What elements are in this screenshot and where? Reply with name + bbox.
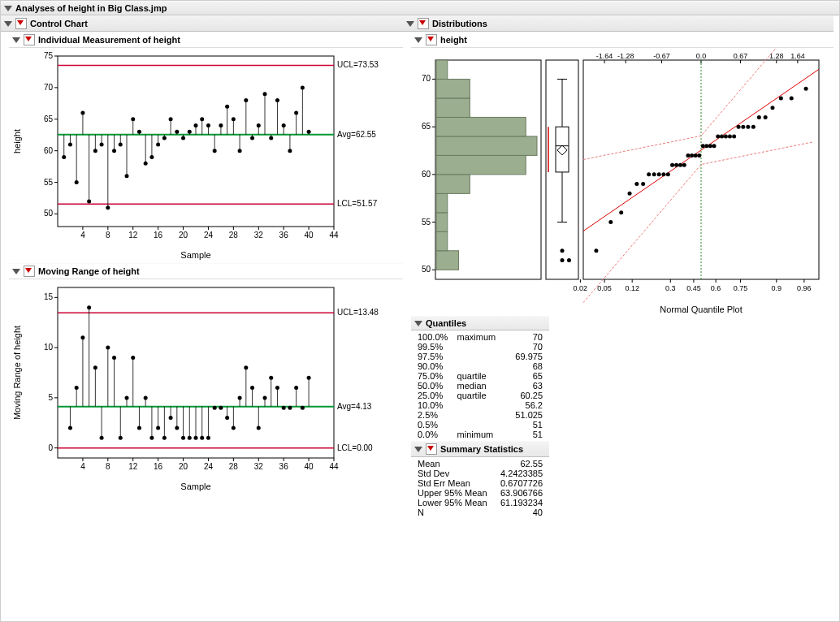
control-chart-header[interactable]: Control Chart <box>1 15 403 32</box>
summary-stat-row: N40 <box>418 508 543 517</box>
svg-rect-257 <box>436 136 537 155</box>
svg-point-313 <box>634 182 639 186</box>
svg-text:-1.64: -1.64 <box>596 52 613 60</box>
svg-point-112 <box>282 123 286 127</box>
svg-point-318 <box>661 172 665 176</box>
distribution-plot[interactable]: 5055606570-1.64-1.28-0.670.00.671.281.64… <box>411 48 825 316</box>
svg-point-189 <box>156 425 160 430</box>
svg-point-329 <box>704 144 708 148</box>
svg-point-82 <box>188 130 192 134</box>
svg-point-74 <box>162 136 167 140</box>
svg-text:75: 75 <box>44 51 54 60</box>
moving-range-header[interactable]: Moving Range of height <box>9 263 403 279</box>
svg-text:50: 50 <box>422 265 431 274</box>
svg-point-344 <box>779 96 783 100</box>
svg-point-339 <box>746 125 750 129</box>
disclosure-triangle-icon[interactable] <box>12 37 20 43</box>
svg-point-217 <box>244 365 248 369</box>
svg-point-108 <box>269 136 273 140</box>
svg-point-191 <box>162 436 167 440</box>
svg-point-311 <box>619 210 623 214</box>
svg-point-197 <box>181 436 185 440</box>
svg-point-84 <box>194 123 198 127</box>
summary-stat-row: Std Dev4.2423385 <box>418 469 543 478</box>
hotspot-icon[interactable] <box>426 34 437 45</box>
individual-measurement-header[interactable]: Individual Measurement of height <box>9 32 403 48</box>
hotspot-icon[interactable] <box>426 443 437 455</box>
quantile-row: 100.0%maximum70 <box>418 332 543 342</box>
svg-point-221 <box>257 425 261 430</box>
svg-rect-259 <box>436 98 470 117</box>
disclosure-triangle-icon[interactable] <box>414 447 422 452</box>
svg-point-88 <box>206 123 210 127</box>
svg-point-334 <box>724 134 728 138</box>
svg-point-328 <box>701 144 705 148</box>
svg-point-187 <box>149 436 154 440</box>
svg-text:55: 55 <box>44 178 54 187</box>
summary-stats-header[interactable]: Summary Statistics <box>411 441 549 457</box>
svg-text:65: 65 <box>44 114 54 123</box>
svg-text:8: 8 <box>106 231 110 240</box>
quantile-row: 50.0%median63 <box>418 381 543 391</box>
svg-point-332 <box>716 134 720 138</box>
svg-point-231 <box>288 406 292 410</box>
disclosure-triangle-icon[interactable] <box>12 269 20 274</box>
disclosure-triangle-icon[interactable] <box>4 21 12 27</box>
svg-point-272 <box>561 248 565 253</box>
height-header[interactable]: height <box>411 32 834 48</box>
report-title: Analyses of height in Big Class.jmp <box>15 3 167 13</box>
svg-rect-251 <box>436 251 459 270</box>
quantile-row: 99.5%70 <box>418 342 543 352</box>
svg-point-310 <box>608 220 613 224</box>
hotspot-icon[interactable] <box>24 266 35 277</box>
svg-text:LCL=51.57: LCL=51.57 <box>337 199 378 208</box>
disclosure-triangle-icon[interactable] <box>414 321 422 326</box>
svg-text:24: 24 <box>204 462 214 471</box>
svg-text:0.75: 0.75 <box>734 284 748 292</box>
svg-point-333 <box>720 134 724 138</box>
svg-text:20: 20 <box>179 231 188 240</box>
svg-point-207 <box>213 406 217 410</box>
svg-text:0.02: 0.02 <box>574 284 588 292</box>
svg-point-215 <box>238 395 242 400</box>
disclosure-triangle-icon[interactable] <box>406 21 414 27</box>
quantiles-header[interactable]: Quantiles <box>411 316 549 330</box>
svg-point-62 <box>125 174 129 178</box>
svg-point-64 <box>131 117 135 121</box>
svg-point-68 <box>144 162 148 166</box>
disclosure-triangle-icon[interactable] <box>4 6 12 11</box>
svg-point-341 <box>757 115 761 119</box>
svg-point-110 <box>275 98 279 102</box>
svg-text:LCL=0.00: LCL=0.00 <box>337 443 373 452</box>
svg-rect-260 <box>436 79 470 97</box>
individual-control-chart[interactable]: 50556065707548121620242832364044UCL=73.5… <box>9 48 391 263</box>
svg-point-102 <box>250 136 254 140</box>
svg-point-80 <box>181 136 185 140</box>
moving-range-control-chart[interactable]: 05101548121620242832364044UCL=13.48Avg=4… <box>9 279 391 495</box>
hotspot-icon[interactable] <box>15 18 27 29</box>
svg-point-225 <box>269 376 273 380</box>
svg-point-316 <box>652 172 656 176</box>
report-title-bar[interactable]: Analyses of height in Big Class.jmp <box>1 1 839 15</box>
svg-point-308 <box>567 258 571 262</box>
distributions-label: Distributions <box>432 19 487 28</box>
disclosure-triangle-icon[interactable] <box>414 37 422 43</box>
summary-stat-row: Mean62.55 <box>418 459 543 469</box>
svg-point-193 <box>169 416 173 420</box>
svg-text:0.45: 0.45 <box>686 284 701 292</box>
svg-point-338 <box>741 125 745 129</box>
svg-point-165 <box>80 335 84 339</box>
svg-text:44: 44 <box>329 462 339 471</box>
svg-point-104 <box>257 123 261 127</box>
hotspot-icon[interactable] <box>24 34 35 45</box>
distributions-header[interactable]: Distributions <box>403 15 834 32</box>
hotspot-icon[interactable] <box>418 18 429 29</box>
svg-point-321 <box>674 163 678 167</box>
svg-point-171 <box>100 436 104 440</box>
svg-point-100 <box>244 98 248 102</box>
svg-text:-0.67: -0.67 <box>653 52 670 60</box>
svg-point-183 <box>137 425 141 430</box>
svg-point-322 <box>678 163 682 167</box>
svg-text:16: 16 <box>154 231 163 240</box>
svg-text:32: 32 <box>254 231 264 240</box>
